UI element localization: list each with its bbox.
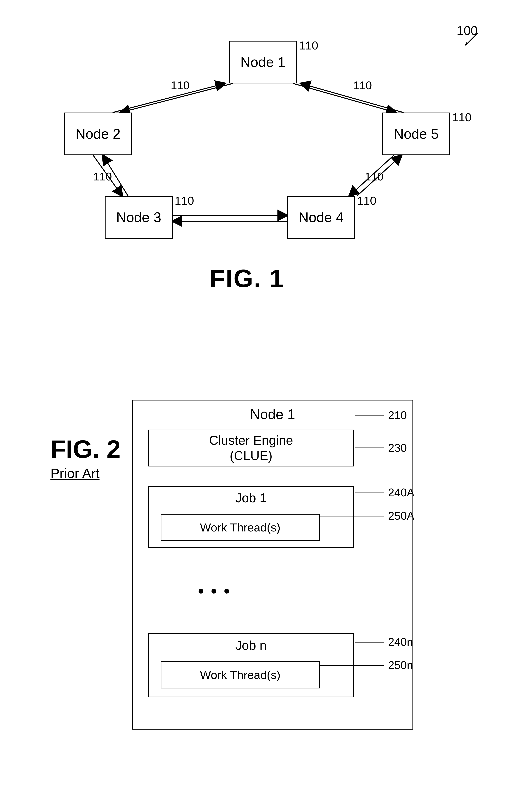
svg-text:110: 110 <box>171 79 190 92</box>
svg-text:110: 110 <box>93 170 112 183</box>
fig2-clue-line2: (CLUE) <box>230 448 272 463</box>
fig2-workthreadn-label: Work Thread(s) <box>200 668 281 682</box>
node5-label: Node 5 <box>394 126 439 142</box>
node4-box: Node 4 <box>287 196 355 239</box>
ref-100-arrow <box>458 31 481 46</box>
node3-box: Node 3 <box>105 196 173 239</box>
svg-line-10 <box>349 155 394 196</box>
fig2-clue-box: Cluster Engine (CLUE) <box>148 430 354 466</box>
svg-line-0 <box>466 33 478 45</box>
svg-line-8 <box>93 155 122 196</box>
fig2-node1-label: Node 1 <box>133 406 413 422</box>
node2-label: Node 2 <box>75 126 120 142</box>
node3-label: Node 3 <box>116 209 161 225</box>
svg-text:110: 110 <box>353 79 372 92</box>
svg-line-9 <box>103 155 128 196</box>
node5-ref: 110 <box>452 111 472 124</box>
fig2-prior-art: Prior Art <box>51 466 99 481</box>
fig2-job1-box: Job 1 Work Thread(s) <box>148 486 354 548</box>
svg-line-6 <box>293 83 396 113</box>
node1-label: Node 1 <box>241 54 285 70</box>
fig2-workthreadn-box: Work Thread(s) <box>160 661 320 688</box>
fig2-dots: • • • <box>198 581 231 601</box>
svg-line-4 <box>120 83 233 113</box>
fig2-workthread1-box: Work Thread(s) <box>160 514 320 541</box>
node1-box: Node 1 <box>229 41 297 83</box>
node3-ref: 110 <box>175 194 194 207</box>
node1-ref: 110 <box>299 39 318 52</box>
fig2-outer-box: Node 1 Cluster Engine (CLUE) Job 1 Work … <box>132 400 413 729</box>
svg-line-7 <box>301 83 403 113</box>
svg-line-5 <box>113 83 225 113</box>
fig2-container: FIG. 2 Prior Art Node 1 Cluster Engine (… <box>39 384 493 772</box>
node5-box: Node 5 <box>382 113 450 155</box>
node4-ref: 110 <box>357 194 376 207</box>
fig2-jobn-label: Job n <box>149 638 353 653</box>
fig2-jobn-box: Job n Work Thread(s) <box>148 633 354 697</box>
fig2-workthread1-label: Work Thread(s) <box>200 521 281 534</box>
page: 100 <box>0 0 532 800</box>
fig2-title: FIG. 2 <box>51 435 120 464</box>
fig1-container: 100 <box>39 12 493 303</box>
node2-box: Node 2 <box>64 113 132 155</box>
svg-text:110: 110 <box>365 170 384 183</box>
fig1-title: FIG. 1 <box>210 264 284 293</box>
fig2-clue-line1: Cluster Engine <box>209 433 293 448</box>
node4-label: Node 4 <box>299 209 344 225</box>
fig2-job1-label: Job 1 <box>149 491 353 505</box>
svg-line-11 <box>357 155 402 196</box>
